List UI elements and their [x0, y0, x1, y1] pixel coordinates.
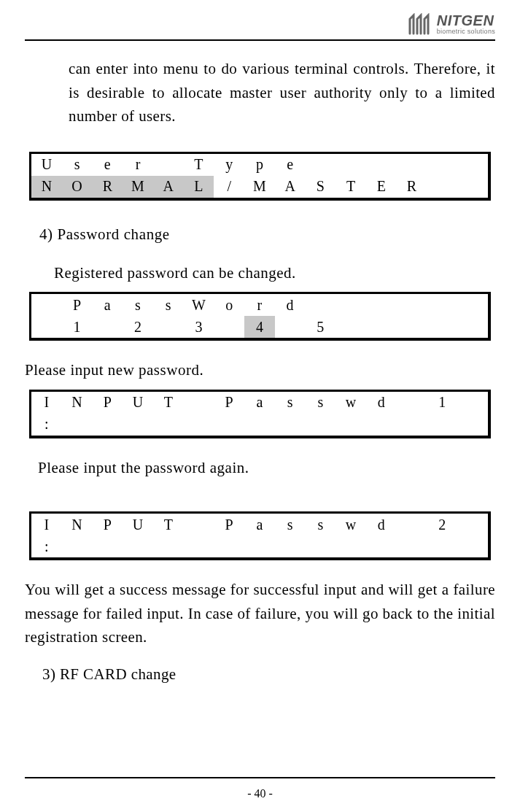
lcd-cell: s [305, 514, 335, 535]
lcd-cell [62, 414, 93, 436]
lcd-cell: R [92, 176, 123, 198]
lcd-cell [427, 154, 457, 176]
lcd-cell: T [335, 176, 366, 198]
lcd-cell [366, 154, 397, 176]
lcd-cell: 4 [244, 316, 275, 338]
logo-sub: biometric solutions [437, 28, 495, 35]
lcd-cell [305, 294, 335, 316]
lcd-cell [457, 294, 488, 316]
lcd-user-type: UserType NORMAL/MASTER [29, 152, 491, 201]
lcd-cell: r [244, 294, 275, 316]
lcd-cell: 1 [62, 316, 93, 338]
lcd-cell [214, 535, 244, 557]
lcd-cell: e [275, 154, 306, 176]
lcd-cell [92, 535, 123, 557]
lcd-cell: : [31, 535, 62, 557]
lcd-cell: a [244, 514, 275, 535]
lcd-cell [275, 535, 306, 557]
lcd-cell [214, 414, 244, 436]
lcd-cell [244, 414, 275, 436]
lcd-cell [366, 294, 397, 316]
lcd-cell [184, 535, 214, 557]
lcd-cell [153, 316, 184, 338]
lcd-input-passwd-1: INPUTPasswd1 : [29, 390, 491, 438]
lcd-cell: 2 [123, 316, 153, 338]
lcd-cell: T [184, 154, 214, 176]
lcd-cell: y [214, 154, 244, 176]
lcd-cell: 5 [305, 316, 335, 338]
lcd-cell: U [31, 154, 62, 176]
lcd-cell [427, 294, 457, 316]
lcd-cell: N [62, 392, 93, 414]
lcd-cell: s [153, 294, 184, 316]
lcd-cell [275, 316, 306, 338]
lcd-cell [244, 535, 275, 557]
lcd-cell: d [366, 514, 397, 535]
lcd-cell: A [153, 176, 184, 198]
lcd-cell [214, 316, 244, 338]
lcd-cell: S [305, 176, 335, 198]
lcd-cell: M [123, 176, 153, 198]
lcd-cell [305, 414, 335, 436]
lcd-cell [397, 535, 427, 557]
lcd-cell [305, 535, 335, 557]
lcd-cell [457, 535, 488, 557]
lcd-cell: P [62, 294, 93, 316]
lcd-cell: R [397, 176, 427, 198]
lcd-cell: L [184, 176, 214, 198]
lcd-cell [397, 294, 427, 316]
lcd-cell [153, 535, 184, 557]
lcd-cell [92, 316, 123, 338]
lcd-cell [457, 316, 488, 338]
lcd-cell [397, 154, 427, 176]
lcd-cell: / [214, 176, 244, 198]
lcd-cell: s [305, 392, 335, 414]
lcd-cell [335, 535, 366, 557]
lcd-cell: s [62, 154, 93, 176]
lcd-cell [427, 535, 457, 557]
lcd-cell: 1 [427, 392, 457, 414]
logo-icon [408, 13, 432, 35]
lcd-cell: A [275, 176, 306, 198]
lcd-cell: s [275, 514, 306, 535]
lcd-cell [427, 414, 457, 436]
lcd-cell [457, 392, 488, 414]
top-rule [25, 39, 495, 41]
lcd-cell: P [92, 392, 123, 414]
lcd-cell: p [244, 154, 275, 176]
lcd-cell: s [123, 294, 153, 316]
paragraph-intro: can enter into menu to do various termin… [69, 57, 495, 128]
lcd-cell [366, 535, 397, 557]
logo-brand: NITGEN [437, 13, 495, 28]
lcd-cell [275, 414, 306, 436]
lcd-cell: O [62, 176, 93, 198]
line-input-again: Please input the password again. [38, 456, 495, 480]
lcd-cell: M [244, 176, 275, 198]
lcd-cell [62, 535, 93, 557]
lcd-cell: d [366, 392, 397, 414]
lcd-cell: 3 [184, 316, 214, 338]
lcd-cell: a [92, 294, 123, 316]
lcd-cell [184, 392, 214, 414]
lcd-cell: T [153, 514, 184, 535]
lcd-cell: W [184, 294, 214, 316]
bottom-rule [25, 777, 495, 778]
page-number: - 40 - [0, 787, 520, 800]
lcd-cell [366, 316, 397, 338]
lcd-cell: 2 [427, 514, 457, 535]
lcd-cell [92, 414, 123, 436]
lcd-cell: : [31, 414, 62, 436]
lcd-cell: E [366, 176, 397, 198]
lcd-cell: e [92, 154, 123, 176]
lcd-cell [31, 316, 62, 338]
lcd-cell [335, 154, 366, 176]
lcd-cell: U [123, 392, 153, 414]
lcd-cell: a [244, 392, 275, 414]
logo: NITGEN biometric solutions [408, 13, 495, 35]
lcd-cell [457, 176, 488, 198]
lcd-cell [427, 176, 457, 198]
lcd-cell [335, 414, 366, 436]
lcd-cell: w [335, 514, 366, 535]
lcd-cell [31, 294, 62, 316]
lcd-cell: P [214, 392, 244, 414]
